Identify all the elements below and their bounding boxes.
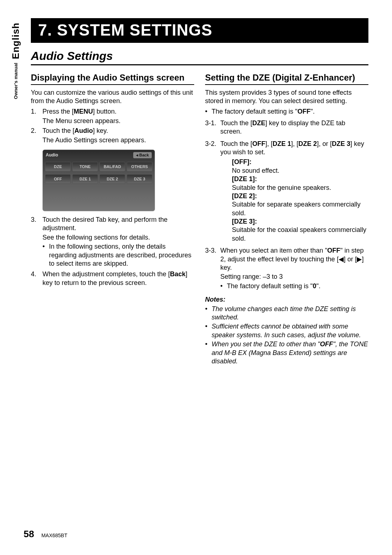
step-number: 3-3. bbox=[205, 246, 220, 291]
list-item: 3-2. Touch the [OFF], [DZE 1], [DZE 2], … bbox=[205, 140, 368, 245]
bullet-text: The factory default setting is "OFF". bbox=[212, 107, 315, 116]
left-steps: 1. Press the [MENU] button. The Menu scr… bbox=[31, 107, 194, 144]
right-steps: 3-1. Touch the [DZE] key to display the … bbox=[205, 119, 368, 136]
list-item: 1. Press the [MENU] button. The Menu scr… bbox=[31, 107, 194, 125]
step-number: 3-1. bbox=[205, 119, 220, 136]
step-number: 3-2. bbox=[205, 140, 220, 245]
chapter-title: 7. SYSTEM SETTINGS bbox=[38, 21, 361, 39]
left-steps-cont: 3. Touch the desired Tab key, and perfor… bbox=[31, 216, 194, 287]
side-tab: English Owner's manual bbox=[10, 23, 21, 99]
right-steps-3: 3-3. When you select an item other than … bbox=[205, 246, 368, 291]
list-item: 3-1. Touch the [DZE] key to display the … bbox=[205, 119, 368, 136]
list-item: 4. When the adjustment completes, touch … bbox=[31, 270, 194, 287]
fig-option: DZE 2 bbox=[99, 174, 125, 184]
step-number: 4. bbox=[31, 270, 42, 287]
section-rule bbox=[31, 64, 368, 65]
side-language: English bbox=[10, 23, 21, 59]
content-columns: Displaying the Audio Settings screen You… bbox=[31, 73, 368, 366]
divider bbox=[31, 84, 194, 85]
notes-heading: Notes: bbox=[205, 295, 368, 304]
fig-back-button: ◂ Back bbox=[133, 152, 152, 158]
list-item: •The volume changes each time the DZE se… bbox=[205, 305, 368, 322]
fig-option: OFF bbox=[45, 174, 71, 184]
right-intro: This system provides 3 types of sound to… bbox=[205, 89, 368, 106]
left-intro: You can customize the various audio sett… bbox=[31, 89, 194, 106]
step-text: Press the [MENU] button. The Menu screen… bbox=[42, 107, 121, 125]
left-column: Displaying the Audio Settings screen You… bbox=[31, 73, 194, 366]
list-item: 3. Touch the desired Tab key, and perfor… bbox=[31, 216, 194, 269]
list-item: • When you set the DZE to other than "OF… bbox=[205, 340, 368, 366]
list-item: 2. Touch the [Audio] key. The Audio Sett… bbox=[31, 127, 194, 144]
step-number: 3. bbox=[31, 216, 42, 269]
fig-option-row: OFF DZE 1 DZE 2 DZE 3 bbox=[43, 173, 155, 185]
list-item: • The factory default setting is "0". bbox=[220, 282, 368, 290]
divider bbox=[205, 84, 368, 85]
page-footer: 58 MAX685BT bbox=[24, 529, 68, 540]
step-text: Touch the [OFF], [DZE 1], [DZE 2], or [D… bbox=[220, 140, 368, 245]
fig-option: DZE 1 bbox=[72, 174, 98, 184]
left-heading: Displaying the Audio Settings screen bbox=[31, 73, 194, 83]
page-number: 58 bbox=[24, 529, 34, 540]
fig-tab: DZE bbox=[45, 162, 71, 171]
side-owners-manual: Owner's manual bbox=[13, 63, 19, 99]
fig-title: Audio bbox=[46, 152, 58, 158]
list-item: 3-3. When you select an item other than … bbox=[205, 246, 368, 291]
fig-tab-row: DZE TONE BAL/FAD OTHERS bbox=[43, 160, 155, 173]
step-text: When you select an item other than "OFF"… bbox=[220, 246, 368, 291]
model-number: MAX685BT bbox=[41, 532, 68, 538]
list-item: •Sufficient effects cannot be obtained w… bbox=[205, 322, 368, 339]
fig-tab: OTHERS bbox=[127, 162, 152, 171]
audio-settings-figure: Audio ◂ Back DZE TONE BAL/FAD OTHERS OFF… bbox=[42, 150, 155, 211]
step-text: When the adjustment completes, touch the… bbox=[42, 270, 194, 287]
right-steps-2: 3-2. Touch the [OFF], [DZE 1], [DZE 2], … bbox=[205, 140, 368, 245]
fig-tab: BAL/FAD bbox=[99, 162, 125, 171]
step-text: Touch the [Audio] key. The Audio Setting… bbox=[42, 127, 146, 144]
fig-option: DZE 3 bbox=[127, 174, 152, 184]
step-text: Touch the [DZE] key to display the DZE t… bbox=[220, 119, 368, 136]
step-number: 2. bbox=[31, 127, 42, 144]
chapter-header: 7. SYSTEM SETTINGS bbox=[31, 18, 368, 43]
step-number: 1. bbox=[31, 107, 42, 125]
right-heading: Setting the DZE (Digital Z-Enhancer) bbox=[205, 73, 368, 83]
list-item: •In the following sections, only the det… bbox=[42, 242, 194, 268]
section-title: Audio Settings bbox=[31, 49, 368, 63]
right-column: Setting the DZE (Digital Z-Enhancer) Thi… bbox=[205, 73, 368, 366]
step-text: Touch the desired Tab key, and perform t… bbox=[42, 216, 194, 269]
notes-list: •The volume changes each time the DZE se… bbox=[205, 305, 368, 366]
list-item: • The factory default setting is "OFF". bbox=[205, 107, 368, 116]
fig-tab: TONE bbox=[72, 162, 98, 171]
